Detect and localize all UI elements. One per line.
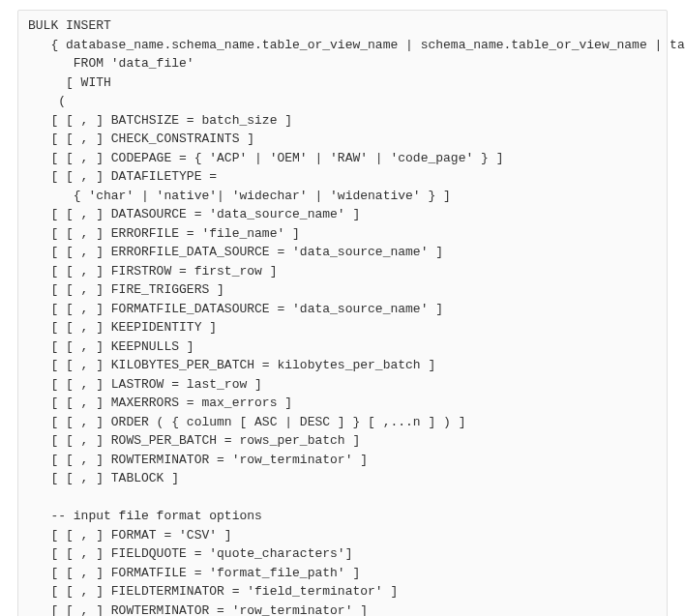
code-line: [ [ , ] ERRORFILE = 'file_name' ] <box>28 226 300 241</box>
code-line: { database_name.schema_name.table_or_vie… <box>28 38 685 52</box>
code-line: [ [ , ] FIELDQUOTE = 'quote_characters'] <box>28 546 352 561</box>
sql-syntax-block: BULK INSERT { database_name.schema_name.… <box>17 10 668 616</box>
code-line: [ [ , ] FIELDTERMINATOR = 'field_termina… <box>28 584 398 599</box>
code-line: -- input file format options <box>28 509 262 523</box>
code-line: [ [ , ] MAXERRORS = max_errors ] <box>28 396 292 410</box>
code-line: [ [ , ] DATASOURCE = 'data_source_name' … <box>28 207 360 221</box>
code-line: [ [ , ] KILOBYTES_PER_BATCH = kilobytes_… <box>28 358 435 372</box>
code-line: [ [ , ] FORMAT = 'CSV' ] <box>28 528 232 543</box>
code-line: [ [ , ] DATAFILETYPE = <box>28 169 217 184</box>
code-line: FROM 'data_file' <box>28 56 194 71</box>
code-line: [ [ , ] ROWS_PER_BATCH = rows_per_batch … <box>28 433 360 448</box>
code-line: [ [ , ] ROWTERMINATOR = 'row_terminator'… <box>28 453 368 467</box>
code-line: [ WITH <box>28 75 111 90</box>
code-line: [ [ , ] CODEPAGE = { 'ACP' | 'OEM' | 'RA… <box>28 151 503 165</box>
code-line: [ [ , ] FORMATFILE = 'format_file_path' … <box>28 566 360 580</box>
code-line: [ [ , ] ERRORFILE_DATA_SOURCE = 'data_so… <box>28 245 443 259</box>
code-line: [ [ , ] FIRSTROW = first_row ] <box>28 264 277 279</box>
code-line: [ [ , ] BATCHSIZE = batch_size ] <box>28 113 292 128</box>
code-line: [ [ , ] FIRE_TRIGGERS ] <box>28 282 224 297</box>
code-line: [ [ , ] KEEPIDENTITY ] <box>28 320 217 335</box>
code-line: [ [ , ] ROWTERMINATOR = 'row_terminator'… <box>28 603 368 617</box>
code-line: [ [ , ] KEEPNULLS ] <box>28 339 194 354</box>
code-line: BULK INSERT <box>28 18 111 33</box>
code-line: { 'char' | 'native'| 'widechar' | 'widen… <box>28 189 451 203</box>
code-line: ( <box>28 94 66 108</box>
code-line: [ [ , ] CHECK_CONSTRAINTS ] <box>28 132 254 146</box>
code-line: [ [ , ] TABLOCK ] <box>28 471 179 485</box>
code-line: [ [ , ] ORDER ( { column [ ASC | DESC ] … <box>28 415 465 429</box>
code-line: [ [ , ] FORMATFILE_DATASOURCE = 'data_so… <box>28 302 443 316</box>
code-line: [ [ , ] LASTROW = last_row ] <box>28 377 262 392</box>
